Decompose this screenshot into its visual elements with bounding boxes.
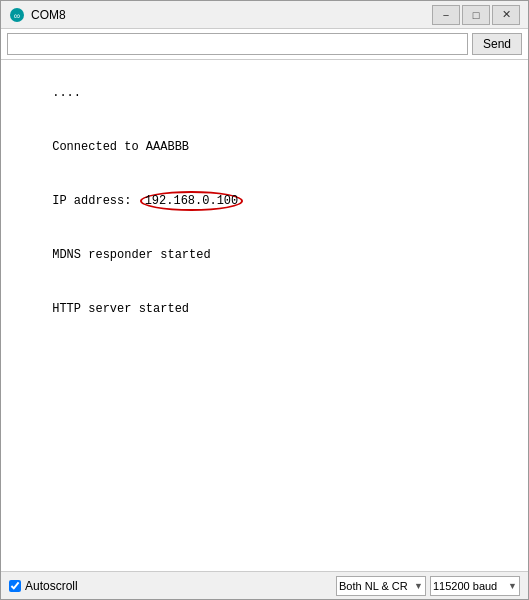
line-ending-label: Both NL & CR <box>339 580 408 592</box>
svg-text:∞: ∞ <box>14 11 20 21</box>
send-button[interactable]: Send <box>472 33 522 55</box>
arduino-serial-monitor-window: ∞ COM8 − □ ✕ Send .... Connected to AAAB… <box>0 0 529 600</box>
baud-rate-label: 115200 baud <box>433 580 497 592</box>
ip-address-highlight: 192.168.0.100 <box>140 191 244 211</box>
console-line-2: Connected to AAABBB <box>9 120 520 174</box>
baud-rate-dropdown[interactable]: 115200 baud ▼ <box>430 576 520 596</box>
status-right: Both NL & CR ▼ 115200 baud ▼ <box>336 576 520 596</box>
window-controls: − □ ✕ <box>432 5 520 25</box>
console-line-1: .... <box>9 66 520 120</box>
title-bar: ∞ COM8 − □ ✕ <box>1 1 528 29</box>
console-line-5: HTTP server started <box>9 282 520 336</box>
console-line-4: MDNS responder started <box>9 228 520 282</box>
console-output: .... Connected to AAABBB IP address: 192… <box>1 60 528 571</box>
maximize-button[interactable]: □ <box>462 5 490 25</box>
minimize-button[interactable]: − <box>432 5 460 25</box>
baud-rate-arrow-icon: ▼ <box>508 581 517 591</box>
line-ending-arrow-icon: ▼ <box>414 581 423 591</box>
autoscroll-group: Autoscroll <box>9 579 328 593</box>
toolbar: Send <box>1 29 528 60</box>
status-bar: Autoscroll Both NL & CR ▼ 115200 baud ▼ <box>1 571 528 599</box>
serial-input[interactable] <box>7 33 468 55</box>
autoscroll-label: Autoscroll <box>25 579 78 593</box>
line-ending-dropdown[interactable]: Both NL & CR ▼ <box>336 576 426 596</box>
console-line-3: IP address: 192.168.0.100 <box>9 174 520 228</box>
close-button[interactable]: ✕ <box>492 5 520 25</box>
autoscroll-checkbox[interactable] <box>9 580 21 592</box>
app-icon: ∞ <box>9 7 25 23</box>
window-title: COM8 <box>31 8 432 22</box>
